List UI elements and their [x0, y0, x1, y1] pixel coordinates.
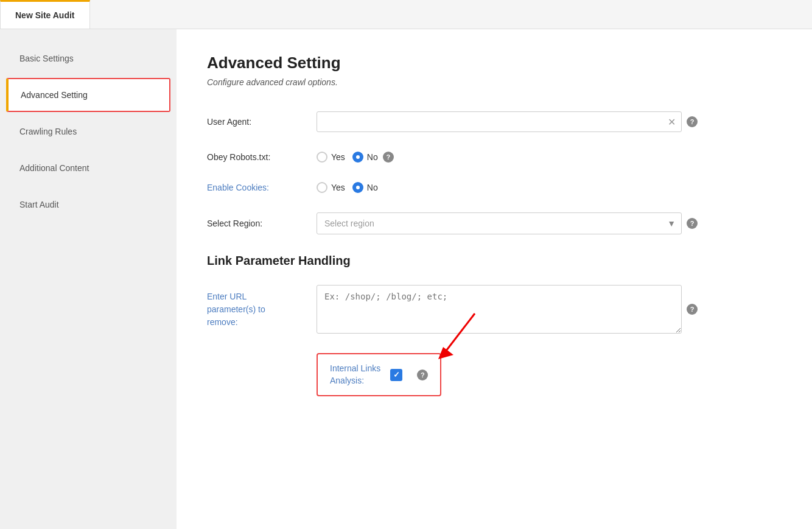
- url-params-textarea[interactable]: [317, 285, 682, 334]
- main-layout: Basic Settings Advanced Setting Crawling…: [0, 29, 812, 529]
- obey-robots-no-label: No: [367, 152, 378, 162]
- internal-links-highlight-box: Internal LinksAnalysis: ?: [317, 353, 441, 396]
- enable-cookies-yes-label: Yes: [331, 183, 345, 192]
- obey-robots-radio-group: Yes No: [317, 152, 378, 163]
- top-bar: New Site Audit: [0, 0, 812, 29]
- user-agent-input-wrap: ✕: [317, 111, 682, 132]
- enable-cookies-no-label: No: [367, 183, 378, 192]
- enable-cookies-yes-radio[interactable]: [317, 182, 327, 193]
- tab-label: New Site Audit: [15, 10, 75, 20]
- user-agent-input[interactable]: [317, 111, 682, 132]
- svg-marker-1: [438, 347, 453, 359]
- select-region-dropdown[interactable]: Select region: [317, 212, 682, 234]
- sidebar: Basic Settings Advanced Setting Crawling…: [0, 29, 177, 529]
- user-agent-row: User Agent: ✕ ?: [207, 111, 782, 132]
- obey-robots-row: Obey Robots.txt: Yes No ?: [207, 152, 782, 163]
- url-params-row: Enter URLparameter(s) toremove: ?: [207, 285, 782, 334]
- obey-robots-label: Obey Robots.txt:: [207, 152, 317, 162]
- internal-links-checkbox[interactable]: [390, 369, 402, 381]
- enable-cookies-no-radio[interactable]: [352, 182, 363, 193]
- link-section-title: Link Parameter Handling: [207, 254, 782, 268]
- page-subtitle: Configure advanced crawl options.: [207, 77, 782, 87]
- sidebar-item-start-audit[interactable]: Start Audit: [6, 187, 170, 222]
- select-region-label: Select Region:: [207, 219, 317, 228]
- content-area: Advanced Setting Configure advanced craw…: [177, 29, 812, 529]
- select-region-row: Select Region: Select region ▼ ?: [207, 212, 782, 234]
- sidebar-item-advanced-setting[interactable]: Advanced Setting: [6, 78, 170, 112]
- url-params-help-icon[interactable]: ?: [687, 304, 698, 315]
- enable-cookies-radio-group: Yes No: [317, 182, 378, 193]
- red-arrow-icon: [426, 307, 487, 362]
- user-agent-label: User Agent:: [207, 117, 317, 127]
- svg-line-0: [444, 314, 475, 353]
- internal-links-row: Internal LinksAnalysis: ?: [207, 353, 782, 396]
- internal-links-analysis-label: Internal LinksAnalysis:: [330, 363, 380, 387]
- obey-robots-no-radio[interactable]: [352, 152, 363, 163]
- internal-links-help-icon[interactable]: ?: [417, 370, 428, 380]
- sidebar-item-additional-content[interactable]: Additional Content: [6, 151, 170, 185]
- url-params-label: Enter URLparameter(s) toremove:: [207, 290, 317, 329]
- close-icon: ✕: [668, 117, 676, 127]
- select-region-wrap: Select region ▼: [317, 212, 682, 234]
- select-region-help-icon[interactable]: ?: [687, 218, 698, 229]
- obey-robots-yes-radio[interactable]: [317, 152, 327, 163]
- enable-cookies-no-option[interactable]: No: [352, 182, 378, 193]
- user-agent-help-icon[interactable]: ?: [687, 116, 698, 127]
- obey-robots-no-option[interactable]: No: [352, 152, 378, 163]
- sidebar-item-crawling-rules[interactable]: Crawling Rules: [6, 114, 170, 149]
- page-title: Advanced Setting: [207, 54, 782, 72]
- new-site-audit-tab[interactable]: New Site Audit: [0, 0, 90, 29]
- internal-links-highlight-container: Internal LinksAnalysis: ?: [317, 353, 441, 396]
- obey-robots-yes-label: Yes: [331, 152, 345, 162]
- obey-robots-yes-option[interactable]: Yes: [317, 152, 345, 163]
- sidebar-item-basic-settings[interactable]: Basic Settings: [6, 41, 170, 75]
- obey-robots-help-icon[interactable]: ?: [383, 152, 394, 163]
- enable-cookies-row: Enable Cookies: Yes No: [207, 182, 782, 193]
- user-agent-clear-button[interactable]: ✕: [668, 116, 676, 128]
- enable-cookies-yes-option[interactable]: Yes: [317, 182, 345, 193]
- enable-cookies-label: Enable Cookies:: [207, 183, 317, 192]
